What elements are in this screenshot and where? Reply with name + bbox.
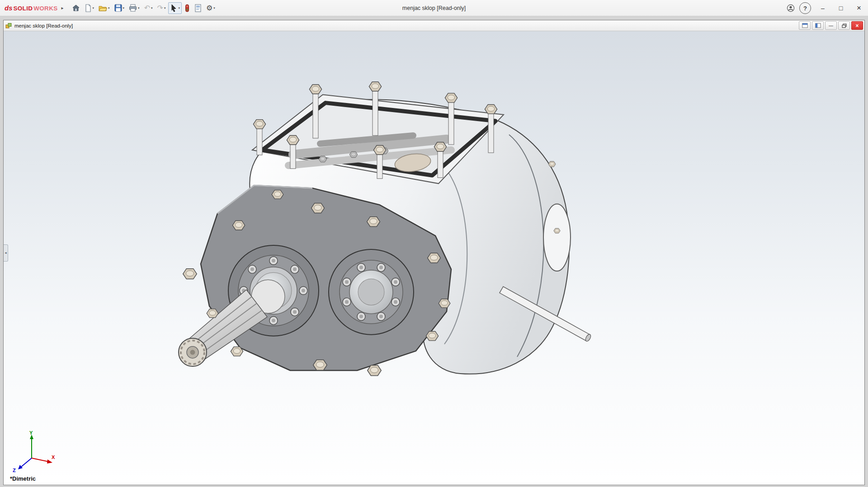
open-dropdown-icon[interactable]: ▾ xyxy=(108,6,110,10)
window-preview-button-1[interactable] xyxy=(799,21,811,30)
brand-works-text: WORKS xyxy=(33,5,57,12)
graphics-viewport[interactable]: ◂ Y X Z *Dimetric xyxy=(4,31,864,485)
triad-x-label: X xyxy=(52,454,55,460)
document-title: menjac sklop [Read-only] xyxy=(14,23,73,28)
file-properties-icon xyxy=(194,4,202,12)
menu-expand-arrow-icon[interactable]: ▸ xyxy=(61,5,64,10)
file-properties-button[interactable] xyxy=(193,2,203,14)
open-button[interactable]: ▾ xyxy=(97,2,112,14)
home-button[interactable] xyxy=(70,2,82,14)
new-document-icon xyxy=(85,4,92,12)
window-preview-icon-2 xyxy=(815,23,821,28)
quick-access-toolbar: ▾ ▾ ▾ xyxy=(70,2,217,14)
app-titlebar: ds SOLIDWORKS ▸ ▾ xyxy=(0,0,868,16)
rebuild-icon xyxy=(184,4,190,12)
3ds-logo-icon: ds xyxy=(5,4,13,12)
select-button[interactable]: ▾ xyxy=(168,2,182,14)
document-close-button[interactable]: × xyxy=(851,21,863,30)
options-button[interactable]: ⚙ ▾ xyxy=(204,2,217,14)
document-window-controls: — × xyxy=(799,21,863,30)
redo-dropdown-icon[interactable]: ▾ xyxy=(164,6,166,10)
triad-y-label: Y xyxy=(29,430,33,435)
app-window-title: menjac sklop [Read-only] xyxy=(402,0,466,16)
options-gear-icon: ⚙ xyxy=(206,5,212,12)
window-preview-icon-1 xyxy=(802,23,808,28)
document-minimize-button[interactable]: — xyxy=(825,21,837,30)
redo-button[interactable]: ↷ ▾ xyxy=(156,2,168,14)
view-orientation-label: *Dimetric xyxy=(10,475,36,482)
featuremanager-collapse-tab[interactable]: ◂ xyxy=(4,244,8,262)
orientation-triad[interactable]: Y X Z xyxy=(11,430,56,473)
solidworks-app: ds SOLIDWORKS ▸ ▾ xyxy=(0,0,868,487)
save-button[interactable]: ▾ xyxy=(113,2,127,14)
window-preview-button-2[interactable] xyxy=(812,21,824,30)
help-button[interactable]: ? xyxy=(799,2,811,14)
undo-dropdown-icon[interactable]: ▾ xyxy=(151,6,153,10)
open-folder-icon xyxy=(99,4,107,12)
save-icon xyxy=(114,4,122,12)
document-titlebar[interactable]: menjac sklop [Read-only] — xyxy=(4,20,864,31)
collapse-arrow-icon: ◂ xyxy=(5,251,6,255)
assembly-document-icon xyxy=(5,23,12,29)
print-button[interactable]: ▾ xyxy=(127,2,142,14)
solidworks-logo: ds SOLIDWORKS xyxy=(5,4,58,12)
gearbox-3d-model[interactable] xyxy=(4,31,864,485)
print-dropdown-icon[interactable]: ▾ xyxy=(138,6,140,10)
app-maximize-button[interactable]: □ xyxy=(832,0,850,16)
bell-end-cap[interactable] xyxy=(543,204,571,272)
account-button[interactable] xyxy=(785,2,797,14)
help-icon: ? xyxy=(803,5,807,12)
options-dropdown-icon[interactable]: ▾ xyxy=(213,6,215,10)
home-icon xyxy=(72,4,80,12)
undo-icon: ↶ xyxy=(144,5,150,12)
select-dropdown-icon[interactable]: ▾ xyxy=(178,6,180,10)
save-dropdown-icon[interactable]: ▾ xyxy=(123,6,125,10)
new-document-dropdown-icon[interactable]: ▾ xyxy=(93,6,94,10)
print-icon xyxy=(129,4,137,12)
triad-z-label: Z xyxy=(13,468,16,473)
select-cursor-icon xyxy=(170,4,177,12)
brand-solid-text: SOLID xyxy=(14,5,33,12)
new-document-button[interactable]: ▾ xyxy=(83,2,96,14)
app-window-controls: ? – □ × xyxy=(785,0,868,16)
document-restore-button[interactable] xyxy=(838,21,850,30)
app-close-button[interactable]: × xyxy=(850,0,868,16)
document-window: menjac sklop [Read-only] — xyxy=(3,20,865,485)
app-minimize-button[interactable]: – xyxy=(814,0,832,16)
secondary-hub[interactable] xyxy=(329,249,414,335)
account-icon xyxy=(787,4,795,12)
redo-icon: ↷ xyxy=(157,5,163,12)
undo-button[interactable]: ↶ ▾ xyxy=(142,2,155,14)
rebuild-button[interactable] xyxy=(183,2,192,14)
restore-window-icon xyxy=(842,23,847,28)
